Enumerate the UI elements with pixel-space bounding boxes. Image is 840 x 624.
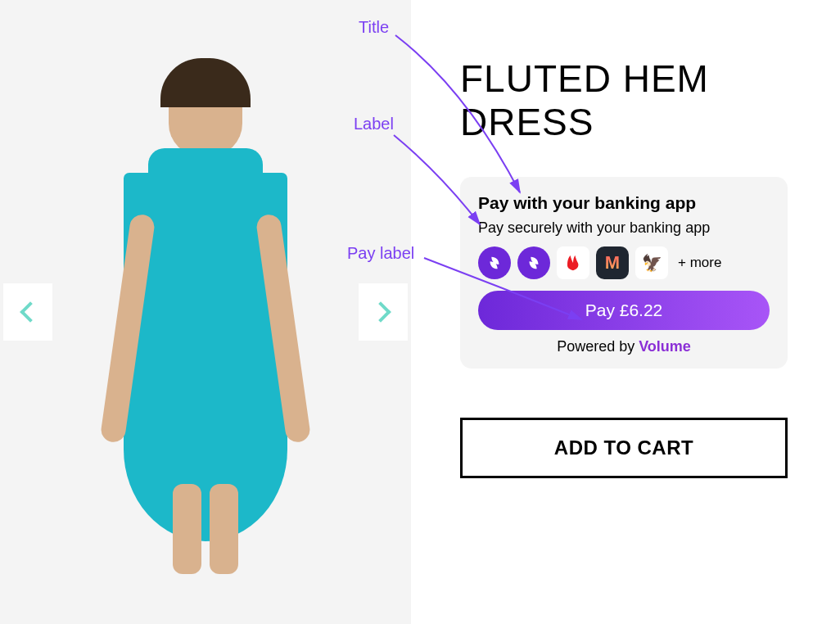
pay-button[interactable]: Pay £6.22 [478, 291, 770, 330]
monzo-icon[interactable]: M [596, 246, 629, 279]
powered-prefix: Powered by [557, 338, 639, 355]
pay-widget-title: Pay with your banking app [478, 193, 770, 213]
barclays-icon[interactable]: 🦅 [635, 246, 668, 279]
add-to-cart-button[interactable]: ADD TO CART [460, 418, 788, 478]
starling-icon-2[interactable] [517, 246, 550, 279]
bank-icons-row: M 🦅 + more [478, 246, 770, 279]
more-banks-text[interactable]: + more [678, 255, 721, 271]
powered-brand[interactable]: Volume [639, 338, 691, 355]
santander-icon[interactable] [557, 246, 589, 279]
pay-widget: Pay with your banking app Pay securely w… [460, 177, 788, 369]
gallery-next-button[interactable] [359, 283, 408, 341]
pay-widget-label: Pay securely with your banking app [478, 219, 770, 237]
product-gallery [0, 0, 411, 624]
product-title: FLUTED HEM DRESS [460, 57, 807, 144]
gallery-prev-button[interactable] [3, 283, 52, 341]
starling-icon[interactable] [478, 246, 511, 279]
product-image [70, 17, 341, 607]
powered-by: Powered by Volume [478, 338, 770, 355]
chevron-left-icon [20, 301, 40, 322]
product-details: FLUTED HEM DRESS Pay with your banking a… [411, 0, 840, 624]
chevron-right-icon [370, 301, 391, 322]
